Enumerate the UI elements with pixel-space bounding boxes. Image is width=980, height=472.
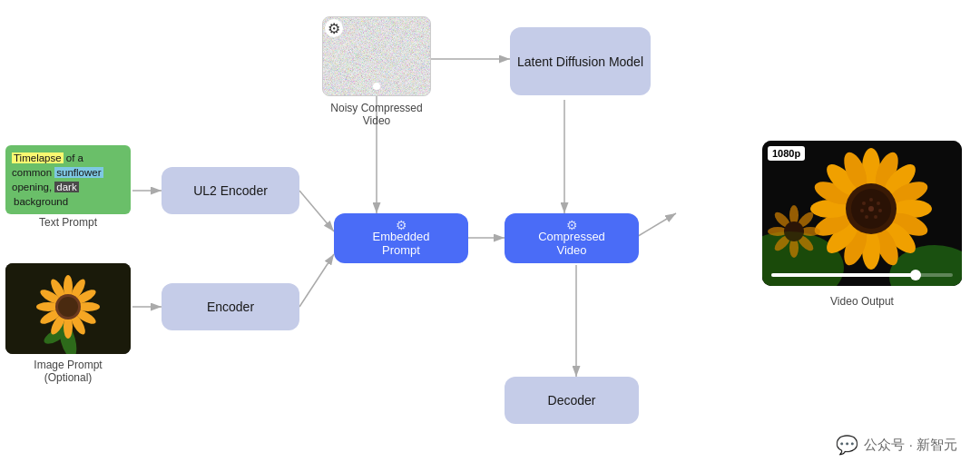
video-progress-bar[interactable] xyxy=(771,273,953,277)
film-dot xyxy=(373,83,380,90)
diagram-container: ⚙ Noisy Compressed Video Latent Diffusio… xyxy=(0,0,980,472)
svg-point-52 xyxy=(877,202,880,205)
watermark: 💬 公众号 · 新智元 xyxy=(836,434,957,456)
svg-point-50 xyxy=(862,202,866,205)
svg-point-56 xyxy=(860,209,864,212)
resolution-badge: 1080p xyxy=(768,146,805,161)
film-icon-noisy: ⚙ xyxy=(325,19,343,37)
decoder-box: Decoder xyxy=(505,377,639,424)
compressed-video-box: ⚙ CompressedVideo xyxy=(505,213,639,263)
svg-point-54 xyxy=(874,215,877,219)
noisy-video-label: Noisy Compressed Video xyxy=(322,102,431,127)
ul2-encoder-box: UL2 Encoder xyxy=(162,167,299,214)
svg-point-28 xyxy=(58,297,78,317)
text-prompt-box: Timelapse of a common sunflower opening,… xyxy=(5,145,131,214)
image-prompt-box xyxy=(5,263,131,354)
svg-line-10 xyxy=(635,213,676,238)
latent-diffusion-box: Latent Diffusion Model xyxy=(510,27,651,95)
svg-point-57 xyxy=(868,206,874,211)
embedded-prompt-box: ⚙ EmbeddedPrompt xyxy=(334,213,468,263)
svg-point-66 xyxy=(784,221,804,241)
video-progress-dot xyxy=(910,270,921,280)
svg-point-53 xyxy=(878,209,882,212)
svg-point-51 xyxy=(869,198,873,202)
video-output-box: 1080p xyxy=(762,141,962,286)
video-progress-fill xyxy=(771,273,916,277)
video-output-label: Video Output xyxy=(762,295,962,308)
text-prompt-label: Text Prompt xyxy=(5,216,131,229)
svg-point-55 xyxy=(865,215,868,219)
encoder-box: Encoder xyxy=(162,283,299,330)
svg-line-5 xyxy=(299,254,334,307)
svg-line-4 xyxy=(299,191,334,231)
image-prompt-label: Image Prompt(Optional) xyxy=(5,359,131,384)
